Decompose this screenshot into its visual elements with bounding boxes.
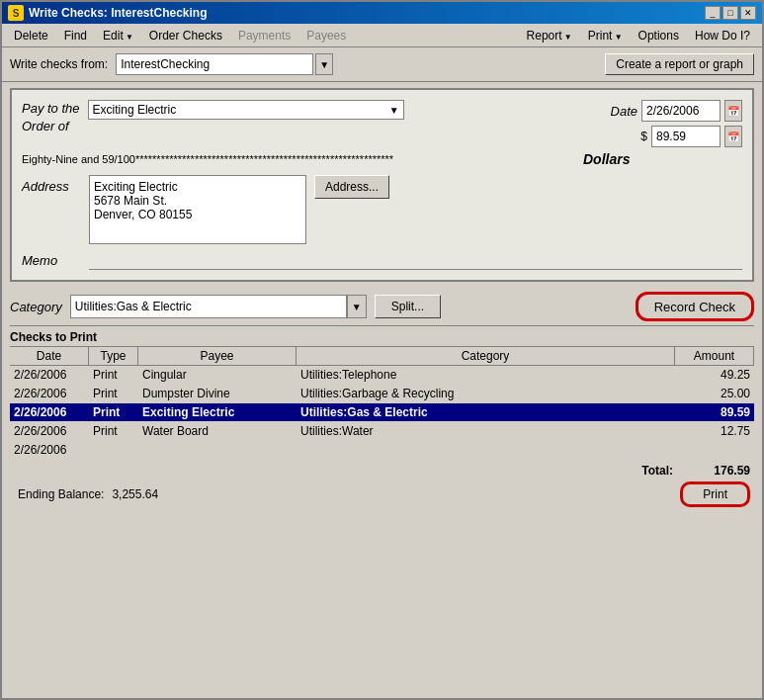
- pay-to-label: Pay to theOrder of: [22, 100, 80, 135]
- written-amount-row: Eighty-Nine and 59/100******************…: [22, 151, 742, 167]
- checks-table-section: Checks to Print Date Type Payee Category…: [10, 325, 754, 698]
- written-amount: Eighty-Nine and 59/100******************…: [22, 153, 575, 165]
- amount-row: $ 89.59 📅: [640, 126, 742, 147]
- split-button[interactable]: Split...: [375, 295, 441, 318]
- create-report-button[interactable]: Create a report or graph: [605, 53, 754, 75]
- totals-row: Total: 176.59: [10, 460, 754, 480]
- address-line2: 5678 Main St.: [94, 194, 301, 208]
- cell-date: 2/26/2006: [10, 385, 89, 402]
- memo-row: Memo: [22, 250, 742, 270]
- cell-category: Utilities:Garbage & Recycling: [297, 385, 675, 402]
- payee-input[interactable]: Exciting Electric ▼: [88, 100, 404, 120]
- cell-type: Print: [89, 366, 138, 384]
- cell-type: [89, 441, 138, 459]
- write-checks-label: Write checks from:: [10, 57, 108, 71]
- menu-how-do-i[interactable]: How Do I?: [687, 27, 758, 44]
- menu-print[interactable]: Print: [580, 27, 631, 44]
- address-label: Address: [22, 175, 81, 194]
- print-button[interactable]: Print: [680, 481, 750, 507]
- category-label: Category: [10, 300, 62, 314]
- cell-date: 2/26/2006: [10, 422, 89, 440]
- cell-payee: Dumpster Divine: [138, 385, 297, 402]
- ending-balance-row: Ending Balance: 3,255.64: [14, 483, 162, 505]
- minimize-button[interactable]: _: [705, 6, 721, 20]
- menu-delete[interactable]: Delete: [6, 27, 56, 44]
- cell-type: Print: [89, 422, 138, 440]
- table-row[interactable]: 2/26/2006 Print Cingular Utilities:Telep…: [10, 366, 754, 385]
- date-row: Date 2/26/2006 📅: [611, 100, 742, 122]
- header-payee: Payee: [138, 347, 297, 365]
- cell-date: 2/26/2006: [10, 366, 89, 384]
- address-line3: Denver, CO 80155: [94, 208, 301, 221]
- cell-amount: [675, 441, 754, 459]
- title-bar: S Write Checks: InterestChecking _ □ ✕: [2, 2, 762, 24]
- menu-payees: Payees: [298, 27, 354, 44]
- table-row[interactable]: 2/26/2006 Print Water Board Utilities:Wa…: [10, 422, 754, 441]
- menu-payments: Payments: [230, 27, 298, 44]
- address-button[interactable]: Address...: [314, 175, 389, 199]
- cell-amount: 49.25: [675, 366, 754, 384]
- calendar-icon[interactable]: 📅: [724, 100, 742, 122]
- total-label: Total:: [641, 464, 673, 478]
- amount-input[interactable]: 89.59: [651, 126, 721, 147]
- amount-icon[interactable]: 📅: [724, 126, 742, 147]
- toolbar: Write checks from: InterestChecking ▼ Cr…: [2, 47, 762, 82]
- menu-bar: Delete Find Edit Order Checks Payments P…: [2, 24, 762, 47]
- date-input[interactable]: 2/26/2006: [641, 100, 721, 122]
- table-row[interactable]: 2/26/2006 Print Exciting Electric Utilit…: [10, 403, 754, 422]
- header-amount: Amount: [675, 347, 754, 365]
- main-window: S Write Checks: InterestChecking _ □ ✕ D…: [0, 0, 764, 700]
- category-selector[interactable]: Utilities:Gas & Electric ▼: [70, 295, 367, 318]
- table-row[interactable]: 2/26/2006: [10, 441, 754, 460]
- cell-category: Utilities:Gas & Electric: [297, 403, 675, 421]
- dollar-sign: $: [640, 130, 647, 143]
- table-row[interactable]: 2/26/2006 Print Dumpster Divine Utilitie…: [10, 385, 754, 403]
- header-date: Date: [10, 347, 89, 365]
- cell-date: 2/26/2006: [10, 441, 89, 459]
- cell-category: Utilities:Telephone: [297, 366, 675, 384]
- cell-amount: 89.59: [675, 403, 754, 421]
- menu-order-checks[interactable]: Order Checks: [141, 27, 230, 44]
- cell-type: Print: [89, 403, 138, 421]
- category-input[interactable]: Utilities:Gas & Electric: [70, 295, 347, 318]
- close-button[interactable]: ✕: [740, 6, 756, 20]
- address-box[interactable]: Exciting Electric 5678 Main St. Denver, …: [89, 175, 306, 244]
- cell-payee: Exciting Electric: [138, 403, 297, 421]
- cell-payee: [138, 441, 297, 459]
- date-label: Date: [611, 104, 637, 119]
- menu-find[interactable]: Find: [56, 27, 95, 44]
- account-input[interactable]: InterestChecking: [116, 53, 313, 75]
- maximize-button[interactable]: □: [722, 6, 738, 20]
- cell-category: Utilities:Water: [297, 422, 675, 440]
- category-bar: Category Utilities:Gas & Electric ▼ Spli…: [10, 292, 754, 321]
- title-controls: _ □ ✕: [705, 6, 756, 20]
- menu-options[interactable]: Options: [631, 27, 687, 44]
- cell-category: [297, 441, 675, 459]
- menu-report[interactable]: Report: [519, 27, 580, 44]
- total-value: 176.59: [681, 464, 750, 478]
- table-header: Date Type Payee Category Amount: [10, 346, 754, 366]
- address-line1: Exciting Electric: [94, 180, 301, 194]
- ending-balance-label: Ending Balance:: [18, 487, 104, 501]
- category-dropdown-arrow[interactable]: ▼: [347, 295, 367, 318]
- cell-type: Print: [89, 385, 138, 402]
- cell-amount: 25.00: [675, 385, 754, 402]
- dollars-label: Dollars: [583, 151, 630, 167]
- window-title: Write Checks: InterestChecking: [29, 6, 208, 20]
- table-body: 2/26/2006 Print Cingular Utilities:Telep…: [10, 366, 754, 460]
- menu-edit[interactable]: Edit: [95, 27, 141, 44]
- record-check-button[interactable]: Record Check: [636, 292, 754, 321]
- payee-dropdown-icon: ▼: [389, 105, 399, 116]
- cell-payee: Water Board: [138, 422, 297, 440]
- account-dropdown-arrow[interactable]: ▼: [315, 53, 333, 75]
- header-type: Type: [89, 347, 138, 365]
- memo-input[interactable]: [89, 250, 742, 270]
- account-selector[interactable]: InterestChecking ▼: [116, 53, 333, 75]
- cell-payee: Cingular: [138, 366, 297, 384]
- ending-balance-value: 3,255.64: [112, 487, 158, 501]
- address-section: Address Exciting Electric 5678 Main St. …: [22, 175, 742, 244]
- check-form: Pay to theOrder of Exciting Electric ▼ D…: [10, 88, 754, 282]
- checks-table-title: Checks to Print: [10, 325, 754, 346]
- cell-amount: 12.75: [675, 422, 754, 440]
- app-icon: S: [8, 5, 24, 21]
